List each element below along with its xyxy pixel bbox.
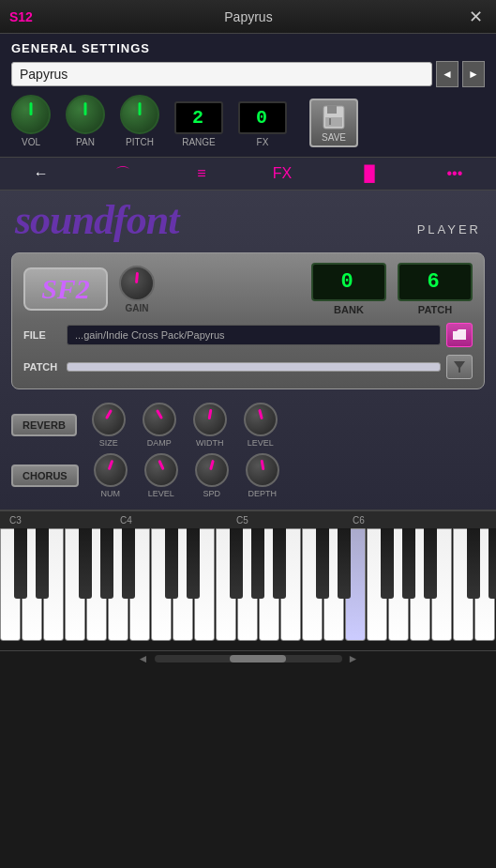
black-key[interactable] [230,528,243,599]
piano-scroll-track[interactable] [155,655,342,662]
note-c5-label: C5 [236,515,248,525]
chorus-row: CHORUS NUM LEVEL SPD DEPTH [11,453,485,498]
file-browse-button[interactable] [446,323,473,347]
app-logo: S12 [9,9,33,24]
black-key[interactable] [402,528,415,599]
reverb-size-knob[interactable] [92,403,126,436]
patch-display[interactable]: 6 [398,263,473,301]
chorus-depth-label: DEPTH [248,489,277,498]
folder-icon [452,328,467,342]
reverb-level-knob[interactable] [244,403,278,436]
pitch-knob[interactable] [120,95,159,134]
piano-area: C3 C4 C5 C6 ◄ ► [0,510,496,665]
chorus-level-knob[interactable] [144,453,178,487]
preset-prev-button[interactable]: ◄ [436,61,458,87]
close-button[interactable]: ✕ [464,7,487,27]
black-key[interactable] [488,528,496,599]
window-title: Papyrus [33,9,464,24]
sf2-logo: SF2 [23,267,108,311]
reverb-level-group: LEVEL [244,403,278,448]
svg-rect-2 [325,117,342,127]
nav-tabs: ← ⌒ ≡ FX ▐▌ ••• [0,157,496,190]
black-key[interactable] [338,528,351,599]
black-key[interactable] [187,528,200,599]
chorus-depth-knob[interactable] [246,453,279,487]
bank-group: 0 BANK [311,263,386,315]
reverb-damp-label: DAMP [147,438,172,448]
file-path-display: ...gain/Indie Cross Pack/Papyrus [67,325,441,345]
black-key[interactable] [100,528,113,599]
save-button[interactable]: SAVE [309,99,358,147]
global-knobs-row: VOL PAN PITCH 2 RANGE 0 FX SAVE [11,95,485,147]
reverb-button[interactable]: REVERB [11,414,77,436]
bank-display[interactable]: 0 [311,263,386,301]
range-display[interactable]: 2 [174,101,223,134]
chorus-num-knob[interactable] [94,453,128,487]
chorus-spd-knob[interactable] [195,453,229,487]
fx-led-group: 0 FX [238,101,287,147]
nav-mod-tab[interactable]: ≡ [189,161,213,186]
piano-scroll-thumb[interactable] [230,655,286,662]
patch-row: PATCH [23,355,473,379]
nav-arp-tab[interactable]: ▐▌ [352,161,388,186]
chorus-num-group: NUM [94,453,128,498]
black-key[interactable] [36,528,49,599]
title-bar: S12 Papyrus ✕ [0,0,496,34]
svg-rect-1 [327,106,337,114]
black-key[interactable] [122,528,135,599]
pan-knob[interactable] [66,95,105,134]
range-led-group: 2 RANGE [174,101,223,147]
black-key[interactable] [467,528,480,599]
reverb-section: REVERB SIZE DAMP WIDTH LEVEL [0,397,496,510]
black-key[interactable] [165,528,178,599]
black-key[interactable] [273,528,286,599]
chorus-button[interactable]: CHORUS [11,464,79,487]
reverb-size-label: SIZE [99,438,118,448]
chorus-knobs: NUM LEVEL SPD DEPTH [94,453,279,498]
file-row: FILE ...gain/Indie Cross Pack/Papyrus [23,323,473,347]
nav-env-tab[interactable]: ⌒ [108,160,138,188]
black-key[interactable] [316,528,329,599]
piano-scrollbar[interactable]: ◄ ► [0,650,496,665]
black-key[interactable] [381,528,394,599]
black-key[interactable] [79,528,92,599]
reverb-damp-group: DAMP [143,403,176,448]
chorus-level-label: LEVEL [148,489,174,498]
reverb-knobs: SIZE DAMP WIDTH LEVEL [92,403,278,448]
pitch-label: PITCH [126,137,154,147]
chorus-depth-group: DEPTH [246,453,279,498]
piano-scroll-right[interactable]: ► [342,652,365,665]
black-key[interactable] [14,528,27,599]
gain-label: GAIN [126,303,149,313]
pan-knob-group: PAN [66,95,105,147]
patch-value-display [67,362,441,372]
reverb-width-label: WIDTH [196,438,224,448]
vol-knob[interactable] [11,95,51,134]
file-label: FILE [23,329,61,341]
nav-back-tab[interactable]: ← [26,161,56,186]
reverb-size-group: SIZE [92,403,126,448]
reverb-damp-knob[interactable] [143,403,176,436]
filter-icon [453,360,466,373]
nav-more-tab[interactable]: ••• [440,161,471,186]
reverb-width-group: WIDTH [193,403,227,448]
fx-display[interactable]: 0 [238,101,287,134]
chorus-num-label: NUM [100,489,120,498]
sf2-panel: SF2 GAIN 0 BANK 6 PATCH FILE ...gain/Ind… [11,252,485,389]
patch-filter-button[interactable] [446,355,473,379]
vol-knob-group: VOL [11,95,51,147]
pan-label: PAN [76,137,95,147]
gain-knob[interactable] [119,266,155,301]
black-key[interactable] [251,528,264,599]
bank-label: BANK [334,304,364,315]
preset-next-button[interactable]: ► [462,61,485,87]
chorus-level-group: LEVEL [144,453,178,498]
piano-keys[interactable] [0,528,496,650]
black-key[interactable] [424,528,437,599]
preset-name-input[interactable] [11,62,432,86]
chorus-spd-group: SPD [195,453,229,498]
nav-fx-tab[interactable]: FX [265,161,299,186]
piano-scroll-left[interactable]: ◄ [132,652,155,665]
note-c6-label: C6 [353,515,365,525]
reverb-width-knob[interactable] [193,403,227,436]
